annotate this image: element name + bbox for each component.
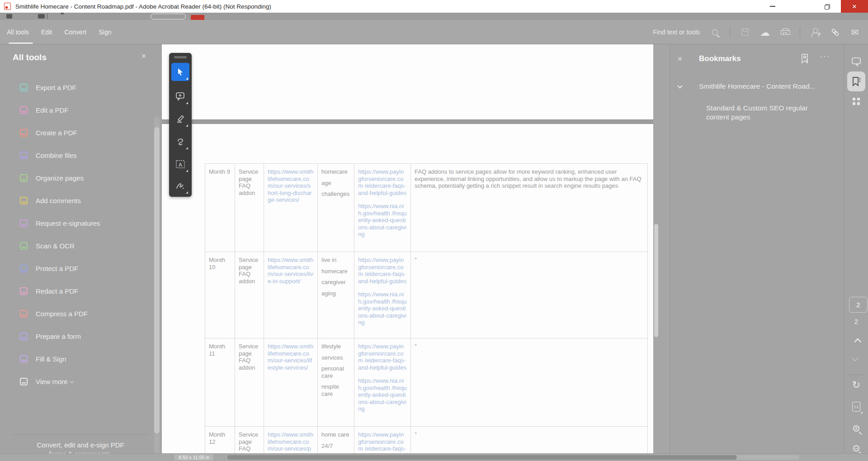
chevron-expand-icon[interactable] bbox=[677, 83, 682, 88]
page-separator bbox=[162, 119, 653, 124]
share-person-icon[interactable]: + bbox=[810, 27, 820, 37]
comments-panel-button[interactable] bbox=[844, 56, 868, 67]
page-fit-icon: 1:1 bbox=[852, 402, 860, 412]
cloud-upload-icon[interactable]: ☁↑ bbox=[760, 27, 770, 37]
tool-item-prepare-form[interactable]: Prepare a form bbox=[0, 325, 154, 347]
search-icon[interactable] bbox=[710, 27, 720, 37]
highlight-tool-button[interactable] bbox=[171, 110, 189, 128]
star-icon: ★ bbox=[59, 13, 65, 17]
target-url-link[interactable]: https://www.smithlifehomecare.com/our-se… bbox=[268, 168, 314, 204]
cell-month: Month 9 bbox=[205, 164, 235, 252]
cell-type: Service page FAQ addon bbox=[235, 164, 264, 252]
print-icon[interactable] bbox=[780, 27, 790, 37]
target-url-link[interactable]: https://www.smithlifehomecare.com/our-se… bbox=[268, 431, 314, 453]
reference-link[interactable]: https://www.payingforseniorcare.com /eld… bbox=[358, 343, 407, 371]
current-page-input[interactable]: 2 bbox=[849, 297, 868, 313]
cell-target-url: https://www.smithlifehomecare.com/our-se… bbox=[264, 252, 318, 338]
draw-tool-button[interactable] bbox=[171, 133, 189, 151]
tool-item-organize-pages[interactable]: Organize pages bbox=[0, 166, 154, 189]
tab-edit[interactable]: Edit bbox=[41, 29, 52, 36]
tool-item-redact-pdf[interactable]: Redact a PDF bbox=[0, 280, 154, 302]
tool-item-export-pdf[interactable]: Export a PDF bbox=[0, 76, 154, 99]
tool-item-request-esignatures[interactable]: Request e-signatures bbox=[0, 212, 154, 234]
bookmarks-panel-button[interactable] bbox=[847, 71, 865, 91]
link-icon[interactable] bbox=[830, 27, 840, 37]
panel-close-icon[interactable]: ✕ bbox=[141, 52, 146, 60]
highlighter-icon bbox=[175, 114, 186, 124]
window-title: Smithlife Homecare - Content Roadmap.pdf… bbox=[15, 3, 271, 10]
select-tool-button[interactable] bbox=[171, 63, 189, 81]
close-button[interactable]: ✕ bbox=[841, 0, 868, 13]
cell-reference-links: https://www.payingforseniorcare.com /eld… bbox=[354, 164, 411, 252]
toolbar-pill-fragment bbox=[151, 14, 186, 19]
add-comment-tool-button[interactable] bbox=[171, 87, 189, 105]
tool-item-view-more[interactable]: View more bbox=[0, 370, 154, 393]
zoom-in-button[interactable]: + bbox=[844, 425, 868, 432]
cell-type: Service page FAQ addon bbox=[235, 338, 264, 426]
target-url-link[interactable]: https://www.smithlifehomecare.com/our-se… bbox=[268, 343, 314, 371]
chevron-down-icon bbox=[851, 355, 859, 362]
cell-target-url: https://www.smithlifehomecare.com/our-se… bbox=[264, 338, 318, 426]
menu-icon-fragment bbox=[6, 14, 12, 19]
save-icon[interactable] bbox=[740, 27, 750, 37]
redact-pdf-icon bbox=[20, 287, 28, 295]
tool-item-protect-pdf[interactable]: Protect a PDF bbox=[0, 257, 154, 280]
reference-link[interactable]: https://www.payingforseniorcare.com /eld… bbox=[358, 257, 407, 285]
find-text-label[interactable]: Find text or tools bbox=[653, 29, 700, 36]
page-size-label: 8.50 x 11.00 in bbox=[175, 454, 213, 461]
total-pages-label: 2 bbox=[844, 318, 868, 325]
bookmark-root-item[interactable]: Smithlife Homecare - Content Road... bbox=[699, 82, 820, 90]
comment-bubble-icon bbox=[851, 56, 862, 67]
page-fit-button[interactable]: 1:1 bbox=[844, 402, 868, 412]
tool-item-fill-sign[interactable]: Fill & Sign bbox=[0, 347, 154, 370]
text-select-tool-button[interactable]: A bbox=[171, 155, 189, 173]
chevron-up-icon bbox=[854, 338, 861, 346]
edit-pdf-icon bbox=[20, 106, 28, 114]
tool-item-edit-pdf[interactable]: Edit a PDF bbox=[0, 99, 154, 121]
tab-all-tools[interactable]: All tools bbox=[7, 29, 29, 36]
toolbar-divider-fragment bbox=[47, 14, 47, 19]
horizontal-scrollbar-thumb[interactable] bbox=[227, 455, 737, 460]
reference-link[interactable]: https://www.payingforseniorcare.com /eld… bbox=[358, 431, 407, 453]
frozen-toolbar-band: ★ bbox=[0, 13, 868, 20]
svg-text:A: A bbox=[179, 162, 182, 167]
reference-link[interactable]: https://www.nia.nih.gov/health /frequent… bbox=[358, 291, 407, 326]
restore-button[interactable] bbox=[813, 0, 841, 13]
tool-item-add-comments[interactable]: Add comments bbox=[0, 189, 154, 212]
cell-keywords: lifestyle services personal care respite… bbox=[318, 338, 354, 426]
minimize-button[interactable] bbox=[759, 0, 787, 13]
reference-link[interactable]: https://www.nia.nih.gov/health /frequent… bbox=[358, 203, 407, 238]
zoom-out-button[interactable]: − bbox=[844, 445, 868, 451]
tool-item-scan-ocr[interactable]: Scan & OCR bbox=[0, 234, 154, 257]
menu-bar: All tools Edit Convert Sign Find text or… bbox=[0, 20, 868, 44]
vertical-scrollbar-thumb[interactable] bbox=[654, 224, 658, 337]
tab-convert[interactable]: Convert bbox=[64, 29, 86, 36]
next-page-button[interactable] bbox=[844, 356, 868, 361]
page-thumbnails-button[interactable] bbox=[844, 98, 868, 105]
bookmark-child-item[interactable]: Standard & Custom SEO regular content pa… bbox=[706, 104, 824, 122]
cell-notes: " bbox=[411, 338, 647, 426]
right-tool-rail: 2 2 ↻ 1:1 + − bbox=[844, 44, 868, 453]
bookmarks-options-icon[interactable]: ··· bbox=[820, 52, 830, 61]
bookmarks-close-icon[interactable]: ✕ bbox=[677, 55, 683, 62]
target-url-link[interactable]: https://www.smithlifehomecare.com/our-se… bbox=[268, 257, 314, 285]
cell-month: Month 10 bbox=[205, 252, 235, 338]
tool-item-create-pdf[interactable]: Create a PDF bbox=[0, 121, 154, 144]
tool-item-compress-pdf[interactable]: Compress a PDF bbox=[0, 302, 154, 325]
acrobat-app-icon bbox=[4, 3, 11, 10]
reference-link[interactable]: https://www.nia.nih.gov/health /frequent… bbox=[358, 377, 407, 413]
sign-tool-button[interactable] bbox=[171, 177, 189, 195]
red-badge-fragment bbox=[191, 15, 204, 20]
panel-scrollbar-thumb[interactable] bbox=[154, 127, 160, 433]
cell-month: Month 11 bbox=[205, 338, 235, 426]
rotate-page-button[interactable]: ↻ bbox=[844, 380, 868, 390]
reference-link[interactable]: https://www.payingforseniorcare.com /eld… bbox=[358, 168, 407, 196]
previous-page-button[interactable] bbox=[844, 339, 868, 344]
cell-reference-links: https://www.payingforseniorcare.com /eld… bbox=[354, 338, 411, 426]
tab-sign[interactable]: Sign bbox=[99, 29, 111, 36]
add-bookmark-icon[interactable] bbox=[800, 53, 810, 64]
tool-item-combine-files[interactable]: Combine files bbox=[0, 144, 154, 166]
email-icon[interactable]: ✉ bbox=[850, 27, 860, 37]
rotate-icon: ↻ bbox=[852, 380, 860, 390]
toolbar-drag-handle[interactable] bbox=[174, 56, 187, 58]
